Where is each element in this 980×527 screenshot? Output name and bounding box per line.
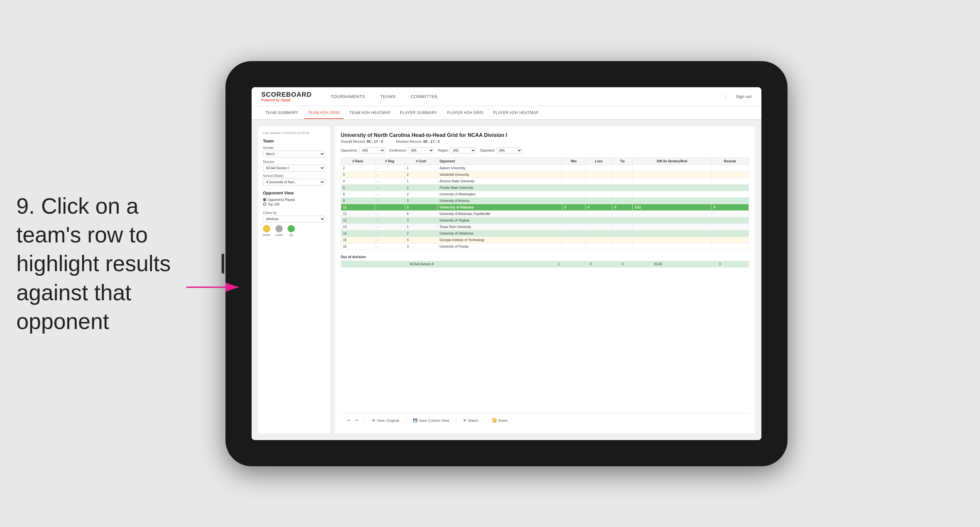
division-select[interactable]: NCAA Division I [263, 165, 325, 172]
cell-value [711, 165, 749, 171]
cell-value: - [375, 197, 404, 204]
logo-powered: Powered by clippd [261, 98, 312, 102]
cell-value [633, 191, 711, 197]
table-row[interactable]: 2-1Auburn University [341, 165, 749, 171]
sub-nav-player-h2h-grid[interactable]: PLAYER H2H GRID [443, 107, 488, 119]
opponent-name: University of Arkansas, Fayetteville [438, 210, 562, 217]
redo-icon[interactable]: ↪ [355, 418, 358, 422]
table-row[interactable]: 11-6University of Arkansas, Fayetteville [341, 210, 749, 217]
table-row[interactable]: 3-2Vanderbilt University [341, 171, 749, 178]
colour-by-select[interactable]: Win/loss [263, 216, 325, 223]
watch-btn[interactable]: 👁 Watch [463, 419, 478, 422]
cell-value: - [375, 217, 404, 223]
cell-value: 3 [404, 197, 437, 204]
cell-value: - [375, 171, 404, 178]
table-row[interactable]: 13-1Texas Tech University [341, 223, 749, 230]
table-row[interactable]: 11-5University of Alabama3002.618 [341, 204, 749, 210]
sub-nav-team-summary[interactable]: TEAM SUMMARY [261, 107, 302, 119]
cell-value: 5 [404, 204, 437, 210]
sign-out-button[interactable]: Sign out [736, 94, 752, 99]
opponents-filter-label: Opponents: [341, 149, 358, 152]
cell-value [711, 230, 749, 237]
cell-value [633, 223, 711, 230]
ood-conf [386, 261, 408, 267]
view-label: View: Original [377, 419, 399, 422]
table-row[interactable]: 8-2University of Washington [341, 191, 749, 197]
opponent-name: University of Florida [438, 243, 562, 250]
cell-value [612, 184, 633, 191]
logo-scoreboard: SCOREBOARD [261, 91, 312, 98]
region-filter-select[interactable]: (All) [450, 147, 476, 154]
opponent-filter: Opponent (All) [480, 147, 522, 154]
colour-by-label: Colour by [263, 211, 325, 215]
cell-value: 3 [404, 217, 437, 223]
save-custom-btn[interactable]: 💾 Save Custom View [413, 418, 449, 422]
cell-value: - [375, 210, 404, 217]
cell-value [633, 165, 711, 171]
cell-value: 2 [404, 191, 437, 197]
toolbar-sep-3: | [456, 419, 457, 422]
cell-value [585, 165, 612, 171]
opponents-played-radio[interactable]: Opponents Played [263, 198, 325, 202]
cell-value: 2.61 [633, 204, 711, 210]
table-row[interactable]: 16-3University of Florida [341, 243, 749, 250]
nav-tournaments[interactable]: TOURNAMENTS [328, 92, 368, 100]
ood-rounds: 3 [717, 261, 749, 267]
last-updated: Last Updated: 27/03/2024 16:55:38 [263, 131, 325, 135]
share-label: Share [498, 419, 508, 422]
ood-loss: 0 [588, 261, 620, 267]
legend-row: Down Level Up [263, 225, 325, 237]
legend-up: Up [288, 225, 295, 237]
sub-nav-team-h2h-heatmap[interactable]: TEAM H2H HEATMAP [345, 107, 395, 119]
legend-down: Down [263, 225, 270, 237]
cell-value: 8 [711, 204, 749, 210]
cell-value [711, 243, 749, 250]
table-row[interactable]: 12-3University of Virginia [341, 217, 749, 223]
col-rank: # Rank [341, 158, 375, 165]
opponents-filter-select[interactable]: (All) [359, 147, 385, 154]
cell-value: 3 [404, 243, 437, 250]
save-icon: 💾 [413, 418, 418, 422]
sub-nav-player-h2h-heatmap[interactable]: PLAYER H2H HEATMAP [489, 107, 543, 119]
cell-value: - [375, 178, 404, 184]
table-row[interactable]: 4-1Arizona State University [341, 178, 749, 184]
opponent-filter-select[interactable]: (All) [496, 147, 522, 154]
table-row[interactable]: 9-3University of Arizona [341, 197, 749, 204]
nav-committee[interactable]: COMMITTEE [408, 92, 441, 100]
table-row[interactable]: 15-4Georgia Institute of Technology [341, 237, 749, 243]
out-of-division-row[interactable]: NCAA Division II 1 0 0 26.00 3 [341, 261, 749, 267]
cell-value [585, 191, 612, 197]
toolbar-sep-2: | [406, 419, 407, 422]
cell-value [633, 217, 711, 223]
cell-value: 0 [585, 204, 612, 210]
school-select[interactable]: 4 University of Nort... [263, 179, 325, 186]
nav-teams[interactable]: TEAMS [378, 92, 398, 100]
cell-value [711, 178, 749, 184]
tablet-side-button [221, 254, 224, 274]
table-row[interactable]: 6-2Florida State University [341, 184, 749, 191]
out-of-division-table: NCAA Division II 1 0 0 26.00 3 [341, 261, 749, 267]
toolbar-view-btn[interactable]: 👁 View: Original [372, 419, 399, 422]
division-record-value: 88 - 17 - 0 [423, 140, 439, 143]
col-loss: Loss [585, 158, 612, 165]
cell-value [585, 184, 612, 191]
nav-divider: | [725, 94, 726, 99]
table-wrapper: # Rank # Reg # Conf Opponent Win Loss Ti… [341, 158, 749, 413]
table-row[interactable]: 14-2University of Oklahoma [341, 230, 749, 237]
share-btn[interactable]: 🔁 Share [492, 418, 508, 422]
sub-nav-player-summary[interactable]: PLAYER SUMMARY [396, 107, 441, 119]
cell-value [633, 210, 711, 217]
instruction-step: 9. [16, 193, 35, 218]
cell-value: 16 [341, 243, 375, 250]
sub-nav-team-h2h-grid[interactable]: TEAM H2H GRID [304, 107, 344, 119]
top-100-radio[interactable]: Top 100 [263, 202, 325, 206]
conference-filter-select[interactable]: (All) [408, 147, 434, 154]
filter-row: Opponents: (All) Conference (All) [341, 147, 749, 154]
toolbar-sep-4: | [485, 419, 485, 422]
undo-icon[interactable]: ↩ [347, 418, 350, 422]
gender-select[interactable]: Men's [263, 151, 325, 158]
save-label: Save Custom View [419, 419, 449, 422]
cell-value: 1 [404, 178, 437, 184]
overall-record-label: Overall Record: 89 - 17 - 0 [341, 140, 383, 143]
ood-rank [341, 261, 363, 267]
